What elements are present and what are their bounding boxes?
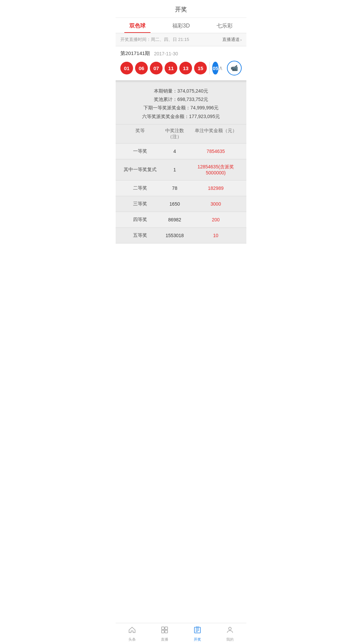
prize-name-1: 一等奖 [121,148,159,154]
camera-button[interactable]: 📹 [227,61,242,75]
prize-count-3: 78 [159,185,190,191]
prize-count-5: 86982 [159,217,190,222]
prize-table: 奖等 中奖注数（注） 单注中奖金额（元） 一等奖 4 7854635 其中一等奖… [116,124,246,244]
issue-number: 第2017141期 [120,50,150,57]
prize-amount-1: 7854635 [190,149,241,154]
header-count: 中奖注数（注） [159,128,190,140]
live-time-label: 开奖直播时间：周二、四、日 21:15 [120,37,189,43]
camera-icon: 📹 [231,64,238,72]
header-amount: 单注中奖金额（元） [190,128,241,140]
stats-panel: 本期销量：374,075,240元 奖池累计：698,733,752元 下期一等… [116,80,246,124]
issue-date: 2017-11-30 [154,51,178,56]
prize-count-1: 4 [159,149,190,154]
prize-count-4: 1650 [159,201,190,207]
draw-numbers-row: 01 06 07 11 13 15 05 [120,61,242,80]
prize-count-6: 1553018 [159,233,190,238]
prize-row-2: 其中一等奖复式 1 12854635(含派奖5000000) [116,159,246,180]
tab-qilecai[interactable]: 七乐彩 [203,18,246,33]
draw-controls: ∧ 📹 [219,61,242,75]
prize-amount-5: 200 [190,217,241,222]
header-name: 奖等 [121,128,159,140]
page-title: 开奖 [116,0,246,18]
stat-line-1: 本期销量：374,075,240元 [121,87,241,95]
prize-amount-2: 12854635(含派奖5000000) [190,164,241,175]
prize-table-header: 奖等 中奖注数（注） 单注中奖金额（元） [116,124,246,144]
stat-line-3: 下期一等奖派奖金额：74,999,996元 [121,104,241,112]
draw-issue-row: 第2017141期 2017-11-30 [120,50,242,57]
tab-shuangseqiu[interactable]: 双色球 [116,18,159,33]
prize-row-6: 五等奖 1553018 10 [116,228,246,244]
red-ball-3: 07 [150,62,163,74]
tab-bar: 双色球 福彩3D 七乐彩 [116,18,246,33]
red-ball-2: 06 [135,62,148,74]
red-ball-4: 11 [165,62,177,74]
chevron-right-icon: › [240,37,242,42]
collapse-icon[interactable]: ∧ [219,64,223,72]
prize-name-5: 四等奖 [121,217,159,223]
draw-section: 第2017141期 2017-11-30 01 06 07 11 13 [116,46,246,80]
stat-line-4: 六等奖派奖奖金余额：177,923,095元 [121,112,241,121]
live-banner: 开奖直播时间：周二、四、日 21:15 直播通道 › [116,33,246,46]
prize-row-3: 二等奖 78 182989 [116,180,246,196]
prize-name-3: 二等奖 [121,185,159,191]
prize-name-2: 其中一等奖复式 [121,167,159,173]
red-ball-5: 13 [179,62,192,74]
prize-name-4: 三等奖 [121,201,159,207]
red-ball-1: 01 [120,62,133,74]
prize-row-4: 三等奖 1650 3000 [116,196,246,212]
prize-row-5: 四等奖 86982 200 [116,212,246,228]
stat-line-2: 奖池累计：698,733,752元 [121,95,241,104]
tab-fucai3d[interactable]: 福彩3D [159,18,203,33]
live-link[interactable]: 直播通道 › [222,37,242,43]
prize-amount-6: 10 [190,233,241,238]
prize-amount-4: 3000 [190,201,241,207]
red-ball-6: 15 [194,62,207,74]
prize-count-2: 1 [159,167,190,172]
prize-amount-3: 182989 [190,185,241,191]
blue-ball: 05 [212,62,219,74]
prize-name-6: 五等奖 [121,232,159,238]
red-balls-group: 01 06 07 11 13 15 [120,62,207,74]
prize-row-1: 一等奖 4 7854635 [116,144,246,159]
